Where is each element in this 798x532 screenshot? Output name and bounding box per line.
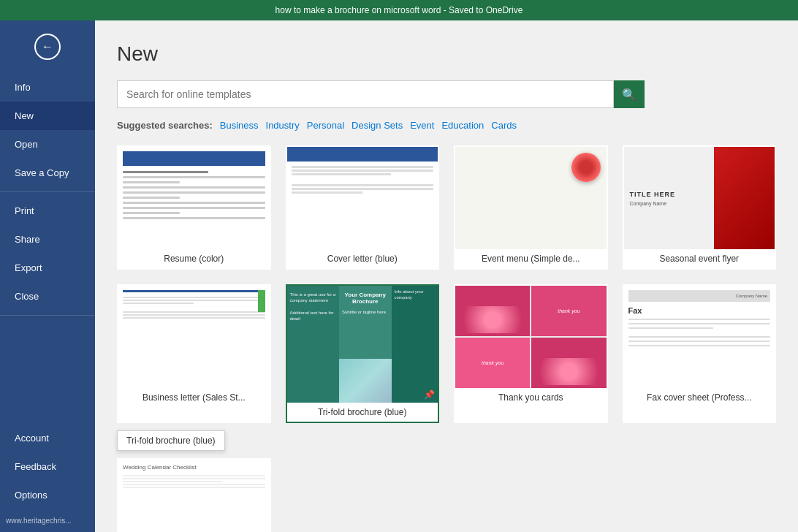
sidebar-footer: www.heritagechris...: [0, 509, 95, 532]
title-bar: how to make a brochure on microsoft word…: [0, 0, 798, 20]
sidebar-item-export[interactable]: Export: [0, 254, 95, 282]
sidebar-divider-2: [0, 315, 95, 316]
fax-preview: Company Name Fax: [624, 286, 775, 388]
sidebar-item-print[interactable]: Print: [0, 197, 95, 225]
event-flower-icon: [571, 153, 601, 182]
suggested-industry[interactable]: Industry: [266, 120, 300, 131]
template-label-seasonal: Seasonal event flyer: [624, 249, 775, 268]
template-card-wedding[interactable]: Wedding Calendar Checklist: [117, 458, 271, 532]
sidebar-item-options[interactable]: Options: [0, 481, 95, 509]
template-thumb-resume: [118, 147, 270, 249]
template-card-event[interactable]: Event menu (Simple de...: [454, 145, 608, 270]
tooltip-text: Tri-fold brochure (blue): [126, 436, 216, 446]
template-thumb-event: [455, 147, 607, 249]
sidebar-item-open[interactable]: Open: [0, 130, 95, 159]
template-card-seasonal[interactable]: TITLE HERE Company Name Seasonal event f…: [623, 145, 777, 270]
sidebar-item-save-copy[interactable]: Save a Copy: [0, 159, 95, 187]
resume-header-bar: [123, 151, 265, 166]
template-card-trifold[interactable]: This is a great use for a company statem…: [286, 284, 440, 423]
wedding-preview: Wedding Calendar Checklist: [118, 460, 270, 532]
pin-icon: 📌: [424, 390, 435, 400]
suggested-education[interactable]: Education: [441, 120, 484, 131]
template-card-cover[interactable]: Cover letter (blue): [286, 145, 440, 270]
suggested-searches: Suggested searches: Business Industry Pe…: [117, 120, 776, 131]
template-grid-row2: Wedding Calendar Checklist: [117, 458, 776, 532]
template-thumb-wedding: Wedding Calendar Checklist: [118, 460, 270, 532]
search-icon: 🔍: [622, 88, 636, 102]
template-thumb-cover: [287, 147, 438, 249]
suggested-design-sets[interactable]: Design Sets: [352, 120, 403, 131]
tooltip-bar: Tri-fold brochure (blue): [117, 430, 776, 451]
thankyou-flower-2: [534, 358, 603, 385]
thankyou-flower-1: [458, 306, 527, 333]
main-content: New 🔍 Suggested searches: Business Indus…: [95, 20, 798, 532]
template-thumb-fax: Company Name Fax: [624, 286, 775, 388]
search-container: 🔍: [117, 80, 776, 108]
template-label-resume: Resume (color): [118, 249, 270, 268]
thankyou-preview: thank you thank you: [455, 286, 607, 388]
template-label-fax: Fax cover sheet (Profess...: [624, 388, 775, 407]
resume-preview: [118, 147, 270, 249]
sidebar-item-share[interactable]: Share: [0, 225, 95, 254]
search-input[interactable]: [117, 80, 614, 108]
page-title: New: [117, 42, 776, 66]
template-card-thankyou[interactable]: thank you thank you Thank you cards: [454, 284, 608, 423]
sidebar-item-close[interactable]: Close: [0, 282, 95, 311]
template-card-business[interactable]: Business letter (Sales St...: [117, 284, 271, 423]
template-grid: Resume (color): [117, 145, 776, 423]
template-thumb-business: [118, 286, 270, 388]
template-card-fax[interactable]: Company Name Fax Fax cover sheet (Profes…: [623, 284, 777, 423]
template-label-event: Event menu (Simple de...: [455, 249, 607, 268]
title-text: how to make a brochure on microsoft word…: [276, 5, 523, 15]
template-label-trifold: Tri-fold brochure (blue): [287, 403, 438, 422]
suggested-cards[interactable]: Cards: [491, 120, 517, 131]
template-thumb-thankyou: thank you thank you: [455, 286, 607, 388]
tooltip-box: Tri-fold brochure (blue): [117, 430, 225, 451]
business-preview: [118, 286, 270, 388]
suggested-personal[interactable]: Personal: [307, 120, 344, 131]
sidebar-item-account[interactable]: Account: [0, 424, 95, 452]
sidebar-item-info[interactable]: Info: [0, 73, 95, 102]
template-thumb-seasonal: TITLE HERE Company Name: [624, 147, 775, 249]
event-preview: [455, 147, 607, 249]
sidebar-item-feedback[interactable]: Feedback: [0, 452, 95, 481]
suggested-label: Suggested searches:: [117, 120, 213, 131]
template-label-thankyou: Thank you cards: [455, 388, 607, 407]
template-label-business: Business letter (Sales St...: [118, 388, 270, 407]
sidebar-divider-1: [0, 191, 95, 192]
template-label-cover: Cover letter (blue): [287, 249, 438, 268]
template-card-resume[interactable]: Resume (color): [117, 145, 271, 270]
cover-preview: [287, 147, 438, 249]
back-button[interactable]: ←: [0, 20, 95, 73]
sidebar-nav: Info New Open Save a Copy Print Share Ex…: [0, 73, 95, 532]
back-arrow-icon[interactable]: ←: [34, 34, 61, 60]
template-thumb-trifold: This is a great use for a company statem…: [287, 286, 438, 403]
suggested-event[interactable]: Event: [410, 120, 434, 131]
sidebar: ← Info New Open Save a Copy Print Share: [0, 20, 95, 532]
suggested-business[interactable]: Business: [220, 120, 259, 131]
sidebar-item-new[interactable]: New: [0, 102, 95, 130]
trifold-preview: This is a great use for a company statem…: [287, 286, 438, 403]
search-button[interactable]: 🔍: [614, 80, 645, 108]
